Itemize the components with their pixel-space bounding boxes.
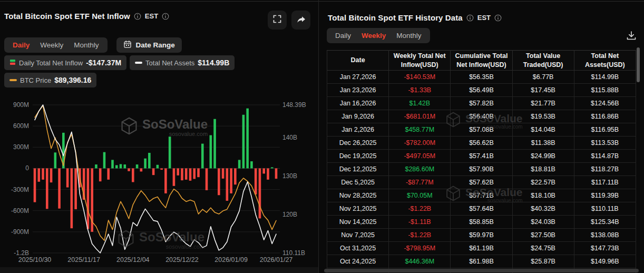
info-icon[interactable]	[162, 13, 169, 20]
net-inflow-bar[interactable]	[222, 168, 225, 178]
legend-btc-price[interactable]: BTC Price $89,396.16	[4, 73, 96, 87]
net-inflow-bar[interactable]	[144, 159, 147, 169]
info-icon[interactable]	[466, 14, 474, 22]
net-inflow-bar[interactable]	[54, 152, 57, 168]
net-inflow-bar[interactable]	[275, 168, 278, 179]
table-row[interactable]: Dec 5,2025-$87.77M$57.62B$22.57B$117.11B	[327, 176, 636, 189]
table-row[interactable]: Dec 12,2025$286.60M$57.90B$18.81B$118.27…	[327, 163, 636, 176]
table-row[interactable]: Oct 24,2025$446.36M$61.98B$25.87B$149.96…	[327, 255, 636, 268]
info-icon[interactable]	[494, 14, 502, 22]
net-inflow-bar[interactable]	[267, 168, 269, 179]
net-inflow-bar[interactable]	[238, 160, 241, 168]
date-range-button[interactable]: Date Range	[116, 37, 182, 53]
net-inflow-bar[interactable]	[79, 168, 81, 187]
net-inflow-bar[interactable]	[111, 160, 114, 168]
tab-monthly[interactable]: Monthly	[391, 32, 426, 40]
net-inflow-bar[interactable]	[115, 165, 118, 168]
table-row[interactable]: Nov 21,2025-$1.22B$57.64B$40.32B$110.11B	[327, 202, 636, 216]
net-inflow-bar[interactable]	[181, 168, 183, 180]
legend-daily-net-inflow[interactable]: Daily Total Net Inflow -$147.37M	[4, 55, 126, 70]
net-inflow-bar[interactable]	[120, 164, 122, 168]
net-inflow-bar[interactable]	[74, 168, 77, 209]
net-inflow-bar[interactable]	[262, 168, 265, 173]
net-inflow-bar[interactable]	[206, 168, 208, 190]
net-inflow-bar[interactable]	[164, 168, 167, 193]
net-inflow-bar[interactable]	[201, 144, 204, 169]
net-inflow-bar[interactable]	[87, 168, 90, 229]
net-inflow-bar[interactable]	[42, 168, 44, 179]
net-inflow-bar[interactable]	[62, 133, 65, 169]
net-inflow-bar[interactable]	[37, 168, 40, 181]
tab-daily[interactable]: Daily	[7, 41, 35, 49]
tab-daily[interactable]: Daily	[330, 32, 356, 40]
interval-tab-group: Daily Weekly Monthly	[4, 37, 108, 53]
net-inflow-bar[interactable]	[173, 168, 175, 186]
table-cell: $40.32B	[512, 202, 574, 216]
tab-monthly[interactable]: Monthly	[69, 41, 104, 49]
net-inflow-bar[interactable]	[123, 164, 126, 168]
net-inflow-bar[interactable]	[71, 168, 73, 228]
table-row[interactable]: Jan 16,2026$1.42B$57.82B$21.77B$124.56B	[327, 97, 636, 110]
table-row[interactable]: Nov 28,2025$70.05M$57.71B$18.10B$119.39B	[327, 189, 636, 202]
net-inflow-bar[interactable]	[157, 165, 159, 169]
table-cell: $19.53B	[512, 110, 574, 123]
table-cell: $114.87B	[574, 150, 636, 163]
net-inflow-bar[interactable]	[140, 168, 143, 171]
table-row[interactable]: Jan 9,2026-$681.01M$56.40B$19.53B$116.86…	[327, 110, 636, 123]
net-inflow-bar[interactable]	[66, 168, 69, 187]
net-inflow-bar[interactable]	[160, 168, 163, 170]
net-inflow-bar[interactable]	[91, 168, 93, 231]
net-inflow-bar[interactable]	[83, 168, 85, 200]
legend-total-net-assets[interactable]: Total Net Assets $114.99B	[130, 55, 235, 70]
table-vertical-scrollbar[interactable]	[637, 47, 640, 82]
table-cell: $56.35B	[451, 71, 512, 84]
net-inflow-bar[interactable]	[271, 167, 274, 168]
net-inflow-bar[interactable]	[128, 168, 130, 171]
net-inflow-bar[interactable]	[209, 135, 212, 169]
net-inflow-bar[interactable]	[132, 168, 134, 182]
net-inflow-bar[interactable]	[213, 119, 216, 169]
net-inflow-bar[interactable]	[136, 164, 139, 168]
table-row[interactable]: Jan 27,2026-$140.53M$56.35B$6.77B$114.99…	[327, 71, 636, 84]
net-inflow-bar[interactable]	[218, 168, 220, 195]
net-inflow-bar[interactable]	[148, 153, 151, 168]
net-inflow-bar[interactable]	[185, 168, 188, 179]
net-inflow-bar[interactable]	[107, 168, 110, 179]
net-inflow-bar[interactable]	[169, 136, 171, 168]
net-inflow-bar[interactable]	[250, 161, 253, 168]
table-row[interactable]: Nov 7,2025-$1.22B$59.97B$27.50B$138.08B	[327, 229, 636, 242]
tab-weekly[interactable]: Weekly	[35, 41, 69, 49]
table-row[interactable]: Dec 26,2025-$782.00M$56.62B$11.38B$113.5…	[327, 136, 636, 150]
net-inflow-bar[interactable]	[50, 168, 53, 182]
net-inflow-bar[interactable]	[234, 168, 237, 184]
table-row[interactable]: Dec 19,2025-$497.05M$57.41B$24.99B$114.8…	[327, 150, 636, 163]
net-inflow-bar[interactable]	[99, 168, 102, 181]
net-inflow-bar[interactable]	[34, 168, 36, 202]
net-inflow-bar[interactable]	[259, 168, 261, 218]
net-inflow-bar[interactable]	[193, 168, 196, 179]
net-inflow-bar[interactable]	[152, 168, 155, 175]
table-row[interactable]: Jan 2,2026$458.77M$57.08B$14.04B$116.95B	[327, 123, 636, 136]
tab-weekly[interactable]: Weekly	[356, 32, 391, 40]
share-button[interactable]	[291, 11, 310, 30]
table-row[interactable]: Oct 31,2025-$798.95M$61.19B$24.75B$147.7…	[327, 242, 636, 255]
table-row[interactable]: Nov 14,2025-$1.11B$58.85B$24.03B$125.34B	[327, 216, 636, 229]
net-inflow-bar[interactable]	[230, 168, 232, 193]
net-inflow-bar[interactable]	[103, 152, 106, 169]
net-inflow-bar[interactable]	[255, 168, 257, 194]
net-inflow-bar[interactable]	[189, 168, 192, 180]
fullscreen-button[interactable]	[268, 11, 287, 30]
download-button[interactable]	[626, 30, 638, 43]
net-inflow-bar[interactable]	[246, 109, 249, 169]
net-inflow-bar[interactable]	[58, 168, 61, 208]
net-inflow-bar[interactable]	[95, 164, 97, 168]
table-cell: -$497.05M	[389, 150, 451, 163]
net-inflow-bar[interactable]	[226, 168, 229, 201]
table-horizontal-scrollbar[interactable]	[324, 269, 639, 272]
net-inflow-bar[interactable]	[177, 168, 179, 175]
net-inflow-bar[interactable]	[197, 168, 200, 177]
info-icon[interactable]	[134, 13, 141, 20]
net-inflow-bar[interactable]	[242, 115, 245, 169]
net-inflow-bar[interactable]	[46, 168, 48, 209]
table-row[interactable]: Jan 23,2026-$1.33B$56.49B$17.45B$115.88B	[327, 84, 636, 97]
